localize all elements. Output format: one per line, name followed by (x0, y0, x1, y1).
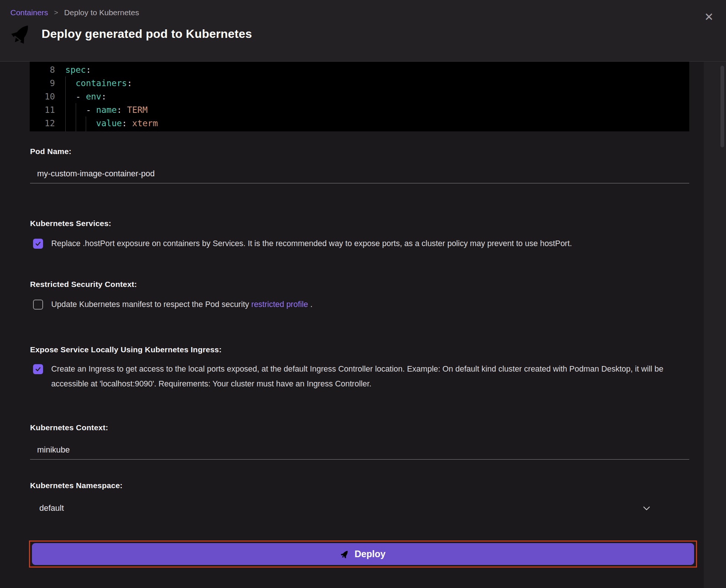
security-description: Update Kubernetes manifest to respect th… (51, 297, 313, 312)
code-line-12: 12 value: xterm (30, 117, 689, 130)
namespace-selected-value: default (39, 503, 64, 513)
code-line-11: 11 - name: TERM (30, 103, 689, 117)
kubernetes-context-input[interactable] (30, 442, 689, 460)
code-line-8: 8spec: (30, 63, 689, 76)
deploy-button-highlight: Deploy (29, 540, 697, 568)
line-number: 10 (30, 90, 55, 103)
code-line-10: 10 - env: (30, 90, 689, 103)
security-checkbox-row: Update Kubernetes manifest to respect th… (30, 297, 698, 312)
deploy-form: Pod Name: Kubernetes Services: Replace .… (0, 147, 726, 568)
breadcrumb: Containers > Deploy to Kubernetes (10, 8, 716, 17)
kubernetes-context-label: Kubernetes Context: (30, 423, 698, 432)
code-line-13: 13 image: ……… (30, 130, 689, 131)
yaml-editor[interactable]: 8spec:9 containers:10 - env:11 - name: T… (30, 62, 689, 131)
line-number: 8 (30, 63, 55, 76)
rocket-icon (340, 550, 349, 559)
kubernetes-services-label: Kubernetes Services: (30, 219, 698, 228)
rocket-icon (10, 23, 32, 45)
restricted-security-label: Restricted Security Context: (30, 280, 698, 289)
dialog-header: Containers > Deploy to Kubernetes ✕ Depl… (0, 0, 726, 62)
kubernetes-namespace-label: Kubernetes Namespace: (30, 481, 698, 490)
line-number: 13 (30, 130, 55, 131)
services-checkbox-row: Replace .hostPort exposure on containers… (30, 236, 698, 251)
breadcrumb-current: Deploy to Kubernetes (64, 8, 139, 17)
code-line-9: 9 containers: (30, 76, 689, 90)
checkmark-icon (35, 241, 41, 247)
services-description: Replace .hostPort exposure on containers… (51, 236, 572, 251)
security-checkbox[interactable] (33, 300, 43, 310)
page-title: Deploy generated pod to Kubernetes (42, 27, 252, 41)
ingress-checkbox-row: Create an Ingress to get access to the l… (30, 362, 698, 391)
kubernetes-namespace-select[interactable]: default (30, 500, 689, 517)
breadcrumb-containers-link[interactable]: Containers (10, 8, 48, 17)
line-number: 9 (30, 76, 55, 90)
pod-name-input[interactable] (30, 166, 689, 183)
expose-ingress-label: Expose Service Locally Using Kubernetes … (30, 345, 698, 354)
title-row: Deploy generated pod to Kubernetes (10, 23, 716, 45)
ingress-checkbox[interactable] (33, 364, 43, 374)
breadcrumb-separator: > (54, 9, 58, 17)
deploy-button[interactable]: Deploy (32, 543, 694, 565)
security-text-after: . (308, 300, 313, 309)
services-checkbox[interactable] (33, 239, 43, 249)
restricted-profile-link[interactable]: restricted profile (251, 300, 308, 309)
line-number: 12 (30, 117, 55, 130)
deploy-to-kubernetes-dialog: Containers > Deploy to Kubernetes ✕ Depl… (0, 0, 726, 588)
line-number: 11 (30, 103, 55, 117)
checkmark-icon (35, 366, 41, 372)
pod-name-label: Pod Name: (30, 147, 698, 156)
scrollbar-thumb[interactable] (720, 66, 724, 147)
security-text-before: Update Kubernetes manifest to respect th… (51, 300, 251, 309)
ingress-description: Create an Ingress to get access to the l… (51, 362, 690, 391)
chevron-down-icon (642, 503, 651, 513)
close-icon[interactable]: ✕ (702, 10, 716, 24)
scrollbar-track[interactable] (704, 62, 726, 588)
deploy-button-label: Deploy (354, 549, 385, 559)
